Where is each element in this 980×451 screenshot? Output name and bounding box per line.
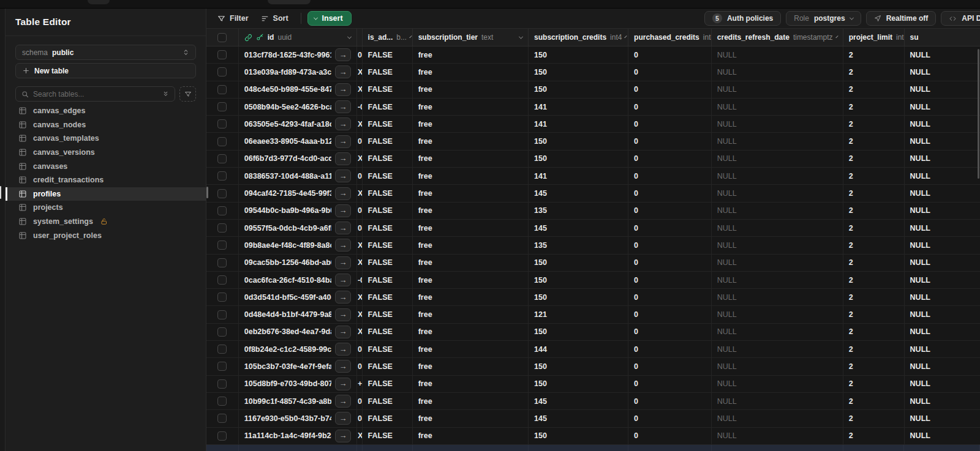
row-checkbox[interactable] xyxy=(217,293,227,302)
cell-clipped-extra[interactable]: NULL xyxy=(905,99,980,115)
filter-button[interactable]: Filter xyxy=(211,11,255,26)
cell-is-admin[interactable]: FALSE xyxy=(363,272,413,288)
cell-is-admin[interactable]: FALSE xyxy=(363,324,413,340)
cell-subscription-credits[interactable]: 145 xyxy=(529,410,628,427)
expand-row-button[interactable]: → xyxy=(335,100,351,113)
cell-id[interactable]: 0d48e4d4-b1bf-4479-9a8b-4a4b... → xyxy=(239,306,357,322)
cell-is-admin[interactable]: FALSE xyxy=(363,376,413,392)
cell-purchased-credits[interactable]: 0 xyxy=(628,255,712,271)
cell-project-limit[interactable]: 2 xyxy=(843,324,905,340)
row-checkbox[interactable] xyxy=(217,379,227,389)
cell-subscription-credits[interactable]: 150 xyxy=(529,81,628,98)
cell-subscription-tier[interactable]: free xyxy=(413,289,529,305)
sidebar-table-item[interactable]: canvas_nodes xyxy=(6,118,206,132)
cell-purchased-credits[interactable]: 0 xyxy=(628,272,712,288)
cell-subscription-credits[interactable]: 150 xyxy=(529,133,628,149)
cell-project-limit[interactable]: 2 xyxy=(843,133,905,149)
cell-id[interactable]: 0508b94b-5ee2-4626-bca1-4bca... → xyxy=(239,99,357,115)
cell-credits-refresh-date[interactable]: NULL xyxy=(712,203,843,219)
column-header-credits-refresh-date[interactable]: credits_refresh_date timestamptz xyxy=(712,29,843,46)
sidebar-table-item[interactable]: user_project_roles xyxy=(6,228,206,242)
cell-subscription-tier[interactable]: free xyxy=(413,185,529,201)
cell-purchased-credits[interactable]: 0 xyxy=(628,393,712,409)
cell-subscription-tier[interactable]: free xyxy=(413,168,529,184)
row-checkbox[interactable] xyxy=(217,240,227,250)
column-header-subscription-credits[interactable]: subscription_credits int4 xyxy=(529,29,628,46)
cell-purchased-credits[interactable]: 0 xyxy=(628,133,712,149)
expand-row-button[interactable]: → xyxy=(335,274,351,286)
sidebar-table-item[interactable]: canvas_edges xyxy=(6,104,206,118)
cell-credits-refresh-date[interactable]: NULL xyxy=(712,99,843,115)
row-checkbox[interactable] xyxy=(217,345,227,354)
expand-row-button[interactable]: → xyxy=(335,204,351,217)
cell-is-admin[interactable]: FALSE xyxy=(363,133,413,149)
cell-project-limit[interactable]: 2 xyxy=(843,185,905,201)
cell-credits-refresh-date[interactable]: NULL xyxy=(712,376,843,392)
expand-row-button[interactable]: → xyxy=(335,360,351,373)
cell-purchased-credits[interactable]: 0 xyxy=(628,358,712,375)
search-tables-input[interactable]: Search tables... xyxy=(15,86,175,102)
cell-collapsed[interactable]: -0 xyxy=(357,99,363,115)
row-checkbox[interactable] xyxy=(217,206,227,215)
select-all-checkbox[interactable] xyxy=(217,33,227,42)
cell-subscription-credits[interactable]: 145 xyxy=(529,185,628,201)
cell-subscription-credits[interactable]: 150 xyxy=(529,151,628,167)
cell-credits-refresh-date[interactable]: NULL xyxy=(712,133,843,149)
row-checkbox[interactable] xyxy=(217,310,227,319)
cell-id[interactable]: 06eaee33-8905-4aaa-b121-ab552... → xyxy=(239,133,357,149)
cell-credits-refresh-date[interactable]: NULL xyxy=(712,255,843,271)
cell-is-admin[interactable]: FALSE xyxy=(363,358,413,375)
cell-id[interactable]: 09cac5bb-1256-46bd-ab60-64ed... → xyxy=(239,255,357,271)
cell-is-admin[interactable]: FALSE xyxy=(363,289,413,305)
cell-credits-refresh-date[interactable]: NULL xyxy=(712,289,843,305)
cell-id[interactable]: 09557f5a-0dcb-4cb9-a6fb-fff366... → xyxy=(239,220,357,236)
column-header-collapsed[interactable] xyxy=(357,29,363,46)
expand-row-button[interactable]: → xyxy=(335,48,351,61)
column-header-id[interactable]: id uuid xyxy=(239,29,357,46)
cell-purchased-credits[interactable]: 0 xyxy=(628,220,712,236)
cell-purchased-credits[interactable]: 0 xyxy=(628,376,712,392)
cell-clipped-extra[interactable]: NULL xyxy=(905,151,980,167)
column-header-purchased-credits[interactable]: purchased_credits int4 xyxy=(628,29,712,46)
cell-collapsed[interactable]: 0 xyxy=(357,47,363,63)
cell-project-limit[interactable]: 2 xyxy=(843,410,905,427)
role-select[interactable]: Role postgres xyxy=(786,11,861,26)
cell-subscription-credits[interactable]: 141 xyxy=(529,116,628,132)
api-docs-button[interactable]: API Docs xyxy=(941,11,980,26)
cell-clipped-extra[interactable]: NULL xyxy=(905,410,980,427)
chevron-down-icon[interactable] xyxy=(835,35,838,37)
cell-collapsed[interactable]: X xyxy=(357,116,363,132)
chevron-down-icon[interactable] xyxy=(409,35,412,37)
cell-project-limit[interactable]: 2 xyxy=(843,168,905,184)
cell-subscription-credits[interactable]: 135 xyxy=(529,203,628,219)
expand-row-button[interactable]: → xyxy=(335,187,351,200)
column-header-subscription-tier[interactable]: subscription_tier text xyxy=(413,29,529,46)
cell-credits-refresh-date[interactable]: NULL xyxy=(712,151,843,167)
cell-id[interactable]: 105bc3b7-03fe-4e7f-9efa-21bb40... → xyxy=(239,358,357,375)
cell-subscription-credits[interactable]: 141 xyxy=(529,168,628,184)
cell-id[interactable]: 0d3d541d-bf5c-459f-a406-16b93... → xyxy=(239,289,357,305)
cell-project-limit[interactable]: 2 xyxy=(843,203,905,219)
cell-is-admin[interactable]: FALSE xyxy=(363,81,413,98)
cell-is-admin[interactable]: FALSE xyxy=(363,393,413,409)
cell-project-limit[interactable]: 2 xyxy=(843,428,905,444)
cell-collapsed[interactable]: X xyxy=(357,81,363,98)
cell-id[interactable]: 11a114cb-1a4c-49f4-9b28-52219ec... → xyxy=(239,428,357,444)
cell-subscription-tier[interactable]: free xyxy=(413,133,529,149)
expand-row-button[interactable]: → xyxy=(335,239,351,252)
cell-credits-refresh-date[interactable]: NULL xyxy=(712,47,843,63)
cell-id[interactable]: 0eb2b676-38ed-4ea7-9dad-38e6... → xyxy=(239,324,357,340)
cell-project-limit[interactable]: 2 xyxy=(843,255,905,271)
cell-project-limit[interactable]: 2 xyxy=(843,237,905,253)
cell-id[interactable]: 013cf78d-1625-43fc-9961-442189... → xyxy=(239,47,357,63)
sidebar-table-item[interactable]: canvas_versions xyxy=(6,146,206,160)
cell-collapsed[interactable]: 0 xyxy=(357,203,363,219)
cell-project-limit[interactable]: 2 xyxy=(843,81,905,98)
cell-collapsed[interactable]: 0( xyxy=(357,341,363,357)
cell-purchased-credits[interactable]: 0 xyxy=(628,237,712,253)
row-checkbox[interactable] xyxy=(217,327,227,337)
cell-credits-refresh-date[interactable]: NULL xyxy=(712,272,843,288)
cell-clipped-extra[interactable]: NULL xyxy=(905,306,980,322)
cell-subscription-tier[interactable]: free xyxy=(413,306,529,322)
cell-collapsed[interactable]: 0 xyxy=(357,133,363,149)
